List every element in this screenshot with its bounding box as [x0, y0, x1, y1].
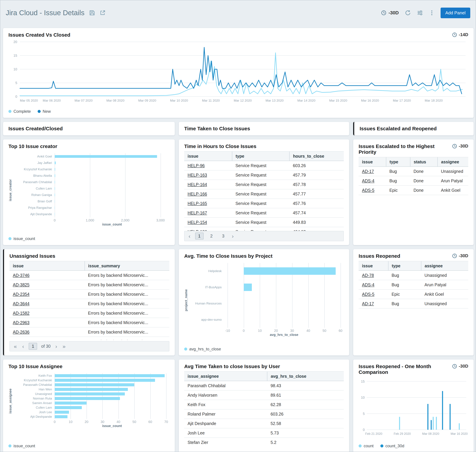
table-cell: Epic: [386, 186, 410, 195]
legend-dot: [38, 110, 41, 113]
category-label: Ajit Deshpande: [13, 415, 55, 419]
data-table: issueissue_summaryAD-3746Errors by backe…: [9, 261, 169, 340]
column-header-type[interactable]: type: [386, 157, 410, 166]
table-cell: 62.28: [267, 400, 344, 409]
export-icon[interactable]: [100, 10, 105, 16]
issue-link[interactable]: AD-3746: [13, 273, 30, 278]
issue-link[interactable]: HELP-166: [188, 192, 207, 196]
panel-time-badge: -30D: [452, 253, 468, 259]
column-header-type[interactable]: type: [388, 261, 421, 271]
table-cell: Service Request: [232, 161, 290, 170]
table-row: AD-1582Errors by backend Microservic...: [9, 308, 169, 318]
legend-item[interactable]: issue_count: [8, 236, 35, 241]
last-page-icon[interactable]: »: [62, 344, 66, 349]
section-title: Time Taken to Close Issues: [184, 126, 250, 132]
legend-item[interactable]: Complete: [8, 109, 31, 114]
column-header-hours_to_close[interactable]: hours_to_close: [289, 151, 344, 161]
panel-time-in-hours-to-close: Time in Hours to Close Issues issuetypeh…: [179, 140, 349, 245]
next-page-icon[interactable]: ›: [231, 233, 234, 239]
page-number-input[interactable]: 1: [29, 343, 37, 350]
issue-link[interactable]: HELP-96: [188, 163, 205, 168]
table-cell: 52.58: [267, 419, 344, 428]
issue-link[interactable]: ADS-5: [362, 188, 374, 193]
table-cell: Bug: [388, 271, 421, 280]
issue-link[interactable]: HELP-165: [188, 201, 207, 206]
issue-link[interactable]: ADS-5: [362, 292, 374, 297]
issue-link[interactable]: AD-17: [362, 169, 374, 174]
table-cell: Errors by backend Microservic...: [85, 280, 169, 289]
issue-link[interactable]: AD-17: [362, 301, 374, 306]
issue-link[interactable]: AD-2448: [13, 339, 30, 340]
column-header-assignee[interactable]: assignee: [437, 157, 468, 166]
prev-page-icon[interactable]: ‹: [22, 344, 25, 349]
category-label: app-dev-sumo: [189, 318, 224, 321]
add-panel-button[interactable]: Add Panel: [441, 8, 470, 18]
column-header-issue[interactable]: issue: [9, 261, 85, 271]
column-header-issue_assignee[interactable]: issue_assignee: [184, 372, 267, 381]
legend-item[interactable]: New: [38, 109, 51, 114]
column-header-issue[interactable]: issue: [359, 157, 386, 166]
table-row: ADS-5EpicAnkit Goel: [359, 289, 468, 299]
column-header-type[interactable]: type: [232, 151, 290, 161]
table-cell: Ajit Deshpande: [184, 419, 267, 428]
table-cell: Bug: [386, 176, 410, 186]
issue-link[interactable]: HELP-186: [188, 229, 207, 231]
issue-link[interactable]: AD-2636: [13, 330, 30, 334]
column-header-issue[interactable]: issue: [184, 151, 232, 161]
refresh-icon[interactable]: [405, 10, 411, 16]
category-label: Ajit Deshpande: [13, 212, 55, 216]
table-cell: 603.26: [289, 161, 344, 170]
y-axis-label: issue_assignee: [8, 373, 13, 429]
bar-row: Brian Goff: [13, 198, 169, 205]
bar-track: [55, 173, 169, 179]
issue-link[interactable]: AD-1582: [13, 311, 30, 315]
legend-item[interactable]: count_30d: [380, 444, 404, 448]
time-range-control[interactable]: -30D: [381, 10, 399, 15]
page-number-1[interactable]: 1: [195, 233, 204, 239]
legend-item[interactable]: count: [359, 444, 374, 448]
table-cell: HELP-165: [184, 199, 232, 208]
table-row: HELP-166Service Request457.77: [184, 189, 344, 199]
reopened-issues-table: issuetypeassigneeAD-78BugUnassignedADS-4…: [359, 261, 468, 309]
issue-link[interactable]: ADS-4: [362, 282, 374, 287]
more-menu-icon[interactable]: [429, 10, 435, 16]
issue-link[interactable]: HELP-154: [188, 220, 207, 225]
table-cell: Errors by backend Microservic...: [85, 308, 169, 318]
filter-icon[interactable]: [417, 10, 423, 16]
issue-link[interactable]: AD-78: [362, 273, 374, 278]
issue-link[interactable]: HELP-167: [188, 211, 207, 215]
save-icon[interactable]: [89, 10, 95, 16]
issue-link[interactable]: HELP-163: [188, 173, 207, 177]
page-number-3[interactable]: 3: [219, 233, 227, 239]
issue-link[interactable]: AD-3644: [13, 301, 30, 306]
table-row: ADS-4BugArun Patyal: [359, 280, 468, 289]
tick-label: 30: [290, 329, 294, 333]
page-number-2[interactable]: 2: [208, 233, 215, 239]
time-badge-label: -30D: [459, 143, 468, 149]
column-header-avg_hrs_to_close[interactable]: avg_hrs_to_close: [267, 372, 344, 381]
column-header-status[interactable]: status: [410, 157, 438, 166]
bar-track: [224, 295, 344, 312]
section-title: Issues Escalated and Reopened: [360, 126, 437, 132]
next-page-icon[interactable]: ›: [55, 344, 58, 349]
issue-link[interactable]: HELP-164: [188, 182, 207, 187]
svg-text:10: 10: [13, 67, 17, 71]
prev-page-icon[interactable]: ‹: [188, 233, 191, 239]
bar: [55, 392, 125, 395]
svg-text:Mar 18 2020: Mar 18 2020: [425, 99, 443, 102]
issue-link[interactable]: AD-2963: [13, 320, 30, 325]
table-cell: Service Request: [232, 218, 290, 227]
column-header-issue_summary[interactable]: issue_summary: [85, 261, 169, 271]
column-header-assignee[interactable]: assignee: [421, 261, 468, 271]
issue-link[interactable]: ADS-4: [362, 178, 374, 183]
bar-row: Parasnath Chhabilal: [13, 382, 169, 387]
legend-item[interactable]: issue_count: [8, 444, 35, 448]
bar: [55, 193, 55, 196]
column-header-issue[interactable]: issue: [359, 261, 388, 271]
plot-area: HelpdeskIT-BusAppsHuman Resourcesapp-dev…: [189, 263, 344, 338]
issue-link[interactable]: AD-2354: [13, 292, 30, 297]
legend-label: issue_count: [13, 444, 35, 448]
first-page-icon[interactable]: «: [13, 344, 18, 349]
legend-item[interactable]: avg_hrs_to_close: [184, 347, 221, 351]
issue-link[interactable]: AD-3825: [13, 282, 30, 287]
